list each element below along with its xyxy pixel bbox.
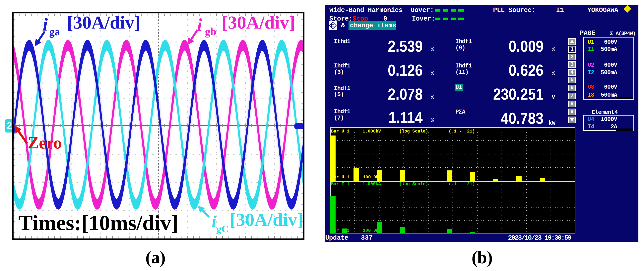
svg-text:Bar U 1: Bar U 1: [331, 129, 349, 134]
svg-text:Bar I 1: Bar I 1: [331, 182, 349, 187]
svg-text:(log Scale): (log Scale): [399, 182, 428, 187]
svg-text:100.0M: 100.0M: [363, 228, 378, 233]
svg-text:100.0M: 100.0M: [363, 175, 378, 180]
svg-text:( 1 - 21): ( 1 - 21): [448, 182, 475, 187]
svg-text:1.000kV: 1.000kV: [362, 129, 381, 134]
svg-text:(log Scale): (log Scale): [399, 129, 428, 134]
svg-text:1.000kA: 1.000kA: [362, 182, 381, 187]
svg-text:( 1 - 21): ( 1 - 21): [448, 129, 475, 134]
